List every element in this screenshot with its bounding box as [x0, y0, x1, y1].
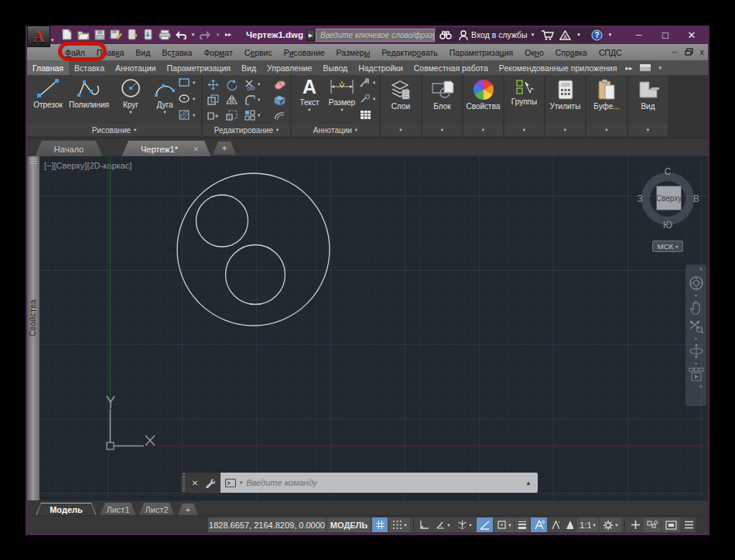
new-file-icon[interactable]	[60, 28, 74, 41]
ribbon-tab-home[interactable]: Главная	[27, 60, 69, 75]
open-file-icon[interactable]	[77, 28, 90, 41]
menu-item-draw[interactable]: Рисование	[284, 48, 325, 57]
panel-expand-view[interactable]: ▾	[628, 124, 668, 136]
search-binoculars-icon[interactable]	[436, 30, 456, 39]
save-to-mobile-icon[interactable]	[125, 28, 138, 41]
line-tool[interactable]: Отрезок	[30, 78, 66, 109]
hatch-tool[interactable]: ▾	[179, 110, 200, 120]
arc-tool[interactable]: Дуга ▾	[149, 78, 181, 115]
zoom-extents-icon[interactable]	[689, 317, 704, 336]
ribbon-overflow-icon[interactable]: ▸▸	[625, 64, 632, 72]
menu-item-spds[interactable]: СПДС	[599, 48, 622, 57]
panel-expand-properties[interactable]: ▾	[463, 124, 503, 136]
panel-expand-groups[interactable]: ▾	[504, 124, 544, 136]
steering-wheel-icon[interactable]	[689, 274, 704, 292]
properties-wheel-icon[interactable]	[473, 77, 494, 102]
menu-item-modify[interactable]: Редактировать	[381, 48, 438, 57]
customization-menu-button[interactable]	[682, 517, 696, 532]
doc-close-button[interactable]: x	[700, 47, 705, 56]
viewcube-north[interactable]: С	[662, 166, 674, 177]
offset-tool[interactable]	[272, 108, 291, 123]
new-layout-button[interactable]: +	[178, 504, 198, 515]
stretch-tool[interactable]	[206, 108, 224, 123]
layout-tab-sheet2[interactable]: Лист2	[138, 503, 175, 516]
isolate-objects-button[interactable]	[644, 517, 661, 532]
ellipse-tool[interactable]: ▾	[179, 94, 200, 104]
navbar-collapse-icon[interactable]: ⊖	[699, 384, 703, 391]
menu-item-parametric[interactable]: Параметризация	[450, 48, 514, 57]
save-as-icon[interactable]	[109, 28, 122, 41]
maximize-button[interactable]: □	[660, 29, 671, 41]
app-menu-button[interactable]: A	[27, 26, 50, 47]
command-close-icon[interactable]: ✕	[192, 479, 198, 487]
panel-title-modify[interactable]: Редактирование▾	[203, 124, 290, 136]
help-search-input[interactable]: Введите ключевое слово/фразу	[316, 29, 435, 42]
grid-toggle[interactable]	[372, 517, 388, 532]
polyline-tool[interactable]: Полилиния	[66, 78, 112, 109]
drawing-circle[interactable]	[177, 173, 330, 326]
ribbon-state-arrow-icon[interactable]: ▾	[658, 65, 662, 71]
ribbon-tab-parametric[interactable]: Параметризация	[162, 60, 237, 75]
dimension-tool[interactable]: Размер ▾	[326, 77, 358, 113]
panel-expand-clipboard[interactable]: ▾	[586, 124, 627, 136]
exchange-arrow-icon[interactable]: ▾	[574, 32, 584, 38]
file-tab-start[interactable]: Начало	[35, 141, 103, 157]
drawing-circle[interactable]	[197, 195, 248, 247]
snap-toggle[interactable]: ▾	[389, 517, 410, 532]
panel-expand-layers[interactable]: ▾	[381, 124, 421, 136]
showmotion-icon[interactable]	[689, 367, 704, 382]
properties-palette-bar[interactable]: Свойства	[27, 156, 40, 500]
menu-item-format[interactable]: Формат	[203, 48, 232, 57]
text-tool[interactable]: А Текст ▾	[295, 77, 324, 113]
scale-tool[interactable]	[224, 108, 243, 123]
menu-item-dimensions[interactable]: Размеры	[337, 48, 371, 57]
plot-icon[interactable]	[158, 28, 171, 41]
annotation-scale-value[interactable]: 1:1▾	[577, 517, 598, 532]
ribbon-tab-view[interactable]: Вид	[236, 60, 262, 75]
wcs-badge[interactable]: МСК▾	[652, 241, 683, 252]
save-icon[interactable]	[93, 28, 106, 41]
autodesk-exchange-icon[interactable]: A	[557, 30, 574, 40]
panel-expand-utilities[interactable]: ▾	[545, 124, 585, 136]
panel-title-draw[interactable]: Рисование▾	[27, 124, 201, 136]
command-grip[interactable]	[181, 473, 186, 493]
viewcube-east[interactable]: В	[690, 193, 703, 204]
isodraft-toggle[interactable]: ▾	[454, 517, 475, 532]
base-view-icon[interactable]	[638, 77, 659, 102]
panel-title-annotation[interactable]: Аннотации▾	[292, 124, 379, 136]
drawing-canvas[interactable]: [−][Сверху][2D-каркас] С В Ю З	[40, 156, 708, 500]
file-tab-drawing1[interactable]: Чертеж1* ✕	[121, 141, 211, 157]
rotate-tool[interactable]	[224, 77, 243, 92]
navbar-close-icon[interactable]: ✕	[699, 266, 703, 274]
drawing-circle[interactable]	[226, 245, 285, 305]
fillet-tool[interactable]: ▾	[243, 92, 272, 108]
annotation-scale-icon[interactable]	[563, 517, 576, 532]
osnap-toggle[interactable]	[477, 517, 493, 532]
layout-tab-sheet1[interactable]: Лист1	[100, 503, 136, 516]
undo-arrow-icon[interactable]: ▾	[190, 28, 196, 41]
new-drawing-tab-button[interactable]: +	[213, 142, 236, 155]
ribbon-tab-insert[interactable]: Вставка	[69, 60, 110, 75]
leader-tool[interactable]: ▾	[360, 77, 378, 87]
lineweight-toggle[interactable]	[515, 517, 529, 532]
coordinates-display[interactable]: 1828.6657, 2164.8209, 0.0000	[208, 517, 326, 532]
viewcube-face-top[interactable]: Сверху	[656, 186, 682, 210]
3d-box-tool[interactable]	[272, 92, 291, 108]
plus-button[interactable]	[628, 517, 642, 532]
annotation-autoscale-toggle[interactable]	[549, 517, 562, 532]
app-store-cart-icon[interactable]	[538, 30, 557, 40]
minimize-button[interactable]: ─	[634, 30, 644, 39]
ribbon-state-icon[interactable]	[639, 63, 651, 72]
copy-tool[interactable]	[206, 92, 224, 108]
utilities-icon[interactable]	[556, 77, 575, 102]
circle-tool[interactable]: Круг ▾	[114, 78, 148, 115]
command-input[interactable]: ▾ Введите команду ▲	[220, 473, 538, 493]
layers-icon[interactable]	[389, 77, 412, 102]
array-tool[interactable]: ▾	[243, 108, 272, 123]
viewcube-south[interactable]: Ю	[662, 220, 674, 230]
command-history-icon[interactable]: ▲	[525, 480, 532, 487]
ribbon-tab-collaborate[interactable]: Совместная работа	[409, 60, 494, 75]
block-icon[interactable]	[431, 77, 454, 102]
multileader-tool[interactable]: ▾	[360, 94, 378, 104]
annotation-visibility-toggle[interactable]	[531, 517, 547, 532]
